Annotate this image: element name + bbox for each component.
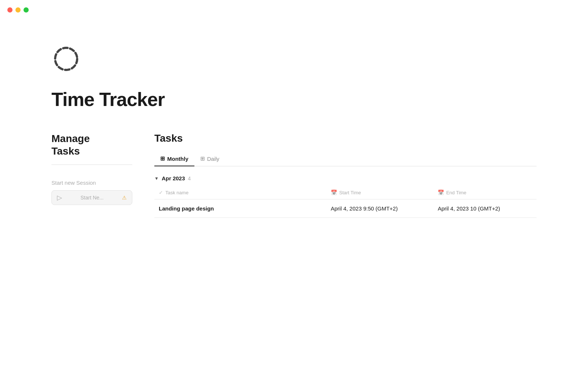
two-column-layout: Manage Tasks Start new Session ▷ Start N… — [51, 132, 537, 218]
session-label: Start new Session — [51, 180, 132, 186]
start-time-cell: April 4, 2023 9:50 (GMT+2) — [326, 199, 433, 218]
table-section: ▼ Apr 2023 4 ✓ Task name — [154, 175, 537, 218]
tab-daily[interactable]: ⊞ Daily — [194, 152, 225, 166]
calendar-end-icon: 📅 — [438, 190, 444, 195]
main-content: Time Tracker Manage Tasks Start new Sess… — [51, 44, 537, 218]
tabs-container: ⊞ Monthly ⊞ Daily — [154, 152, 537, 166]
calendar-start-icon: 📅 — [331, 190, 337, 195]
col-header-end: 📅 End Time — [433, 186, 537, 199]
table-row: Landing page design April 4, 2023 9:50 (… — [154, 199, 537, 218]
start-session-text: Start Ne... — [65, 195, 119, 201]
tab-monthly[interactable]: ⊞ Monthly — [154, 152, 194, 166]
svg-point-0 — [55, 48, 77, 70]
tab-monthly-label: Monthly — [167, 156, 189, 162]
end-time-cell: April 4, 2023 10 (GMT+2) — [433, 199, 537, 218]
checkmark-icon: ✓ — [159, 190, 163, 195]
warning-icon: ⚠ — [122, 195, 127, 201]
col-header-task: ✓ Task name — [154, 186, 326, 199]
col-end-label: End Time — [446, 190, 466, 195]
group-name: Apr 2023 — [162, 175, 185, 181]
page-title: Time Tracker — [51, 88, 537, 110]
task-name-cell: Landing page design — [154, 199, 326, 218]
sidebar-title: Manage Tasks — [51, 132, 132, 157]
maximize-button[interactable] — [24, 7, 29, 13]
tab-daily-label: Daily — [207, 156, 219, 162]
traffic-lights — [7, 7, 29, 13]
tasks-table: ✓ Task name 📅 Start Time — [154, 186, 537, 218]
sidebar-divider — [51, 164, 132, 165]
left-sidebar: Manage Tasks Start new Session ▷ Start N… — [51, 132, 132, 205]
minimize-button[interactable] — [15, 7, 21, 13]
start-session-button[interactable]: ▷ Start Ne... ⚠ — [51, 190, 132, 205]
group-count: 4 — [188, 176, 191, 181]
close-button[interactable] — [7, 7, 12, 13]
play-icon: ▷ — [57, 194, 62, 202]
table-header-row: ✓ Task name 📅 Start Time — [154, 186, 537, 199]
table-icon: ⊞ — [160, 155, 165, 162]
col-header-start: 📅 Start Time — [326, 186, 433, 199]
calendar-icon: ⊞ — [200, 155, 205, 162]
right-content: Tasks ⊞ Monthly ⊞ Daily ▼ Apr 2023 4 — [154, 132, 537, 218]
col-task-label: Task name — [165, 190, 189, 195]
tasks-title: Tasks — [154, 132, 537, 144]
chevron-down-icon: ▼ — [154, 176, 159, 181]
group-header: ▼ Apr 2023 4 — [154, 175, 537, 181]
page-icon — [51, 44, 81, 74]
col-start-label: Start Time — [339, 190, 361, 195]
